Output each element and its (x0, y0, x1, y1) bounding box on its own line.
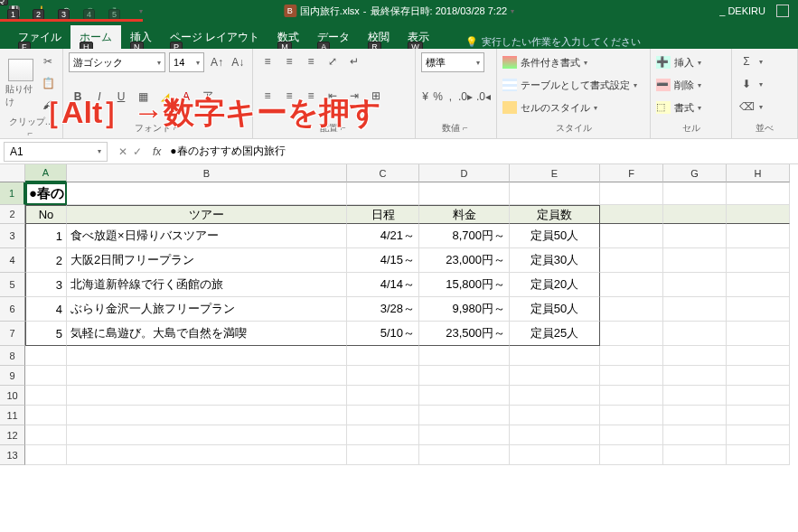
tab-review[interactable]: 校閲R (359, 25, 399, 49)
col-header-C[interactable]: C (347, 164, 419, 182)
cell[interactable] (727, 297, 790, 322)
italic-button[interactable]: I (90, 88, 108, 106)
percent-icon[interactable]: % (433, 88, 443, 106)
row-header-12[interactable]: 12 (0, 425, 25, 445)
cell[interactable] (663, 205, 727, 224)
cell[interactable] (727, 322, 790, 346)
cell[interactable] (419, 346, 510, 366)
qat-save-icon[interactable]: 💾1 (5, 2, 23, 20)
col-header-A[interactable]: A (25, 164, 67, 182)
cell[interactable] (600, 224, 663, 248)
tab-formulas[interactable]: 数式M (268, 25, 308, 49)
col-header-F[interactable]: F (600, 164, 663, 182)
cell[interactable] (347, 366, 419, 386)
cell[interactable] (727, 205, 790, 224)
cell[interactable] (510, 445, 600, 465)
cell[interactable] (663, 425, 727, 445)
cell[interactable] (67, 366, 347, 386)
cell[interactable]: 定員20人 (510, 273, 600, 297)
cell[interactable] (663, 248, 727, 273)
cell[interactable]: ●春のおすすめ国内旅行 (25, 182, 67, 205)
cell[interactable] (347, 182, 419, 205)
cell[interactable] (600, 346, 663, 366)
fill-icon[interactable]: ⬇ (737, 75, 756, 93)
qat-repeat-icon[interactable]: ↻5 (107, 2, 125, 20)
merge-icon[interactable]: ⊞ (367, 87, 385, 105)
row-header-4[interactable]: 4 (0, 248, 25, 273)
cell[interactable] (25, 406, 67, 425)
cell[interactable]: 日程 (347, 205, 419, 224)
cancel-formula-icon[interactable]: ✕ (118, 145, 127, 158)
tab-page-layout[interactable]: ページ レイアウトP (161, 25, 268, 49)
bold-button[interactable]: B (69, 88, 87, 106)
col-header-B[interactable]: B (67, 164, 347, 182)
align-dialog-icon[interactable]: ⌐ (341, 123, 348, 133)
cut-icon[interactable]: ✂ (39, 52, 57, 70)
cell[interactable]: 9,980円～ (419, 297, 510, 322)
row-header-7[interactable]: 7 (0, 322, 25, 346)
paste-button[interactable]: 貼り付け (5, 59, 35, 108)
cell[interactable]: 北海道新幹線で行く函館の旅 (67, 273, 347, 297)
currency-icon[interactable]: ¥ (421, 88, 429, 106)
qat-redo-icon[interactable]: ↷4 (81, 2, 99, 20)
cell[interactable]: 食べ放題×日帰りバスツアー (67, 224, 347, 248)
cell[interactable] (663, 182, 727, 205)
cell[interactable] (663, 386, 727, 406)
cell[interactable]: 4/15～ (347, 248, 419, 273)
align-center-icon[interactable]: ≡ (280, 87, 298, 105)
cell-style-button[interactable]: セルのスタイル▾ (502, 98, 644, 117)
cell[interactable]: 大阪2日間フリープラン (67, 248, 347, 273)
cell[interactable] (67, 386, 347, 406)
cell[interactable] (419, 182, 510, 205)
number-dialog-icon[interactable]: ⌐ (463, 123, 470, 133)
orientation-icon[interactable]: ⤢ (324, 52, 342, 70)
cell[interactable]: 定員50人 (510, 297, 600, 322)
cell[interactable] (663, 366, 727, 386)
qat-customize-icon[interactable]: ▾ (132, 2, 150, 20)
row-header-10[interactable]: 10 (0, 386, 25, 406)
cell[interactable] (727, 346, 790, 366)
cell[interactable] (663, 297, 727, 322)
tab-insert[interactable]: 挿入N (121, 25, 161, 49)
tab-home[interactable]: ホームH (70, 25, 121, 49)
conditional-format-button[interactable]: 条件付き書式▾ (502, 52, 644, 72)
cell[interactable] (25, 386, 67, 406)
border-icon[interactable]: ▦ (134, 88, 152, 106)
cell[interactable]: 3/28～ (347, 297, 419, 322)
col-header-H[interactable]: H (727, 164, 790, 182)
tab-data[interactable]: データA (308, 25, 359, 49)
cell[interactable]: 5 (25, 322, 67, 346)
cell[interactable] (600, 425, 663, 445)
cell[interactable]: ぶらり金沢一人旅フリープラン (67, 297, 347, 322)
cell[interactable] (510, 346, 600, 366)
align-right-icon[interactable]: ≡ (302, 87, 320, 105)
cell[interactable]: 23,000円～ (419, 248, 510, 273)
align-middle-icon[interactable]: ≡ (280, 52, 298, 70)
cell[interactable] (67, 406, 347, 425)
cell[interactable] (663, 445, 727, 465)
cell[interactable]: 8,700円～ (419, 224, 510, 248)
row-header-2[interactable]: 2 (0, 205, 25, 224)
cell[interactable]: 定員50人 (510, 224, 600, 248)
cell[interactable] (419, 406, 510, 425)
cell[interactable] (600, 273, 663, 297)
cell[interactable] (663, 224, 727, 248)
tab-file[interactable]: ファイルF (9, 25, 70, 49)
align-top-icon[interactable]: ≡ (258, 52, 277, 70)
cell[interactable] (510, 406, 600, 425)
cell[interactable] (663, 273, 727, 297)
cell[interactable] (25, 425, 67, 445)
cell[interactable] (727, 182, 790, 205)
ribbon-options-icon[interactable] (776, 5, 789, 17)
align-left-icon[interactable]: ≡ (258, 87, 277, 105)
cell[interactable] (727, 386, 790, 406)
grow-font-icon[interactable]: A↑ (208, 53, 225, 71)
cell[interactable]: No (25, 205, 67, 224)
number-format-select[interactable]: 標準▾ (421, 52, 484, 72)
row-header-8[interactable]: 8 (0, 346, 25, 366)
cell[interactable] (419, 386, 510, 406)
cell[interactable] (600, 445, 663, 465)
cell[interactable]: 定員数 (510, 205, 600, 224)
cell[interactable] (25, 366, 67, 386)
cell[interactable]: 4/14～ (347, 273, 419, 297)
